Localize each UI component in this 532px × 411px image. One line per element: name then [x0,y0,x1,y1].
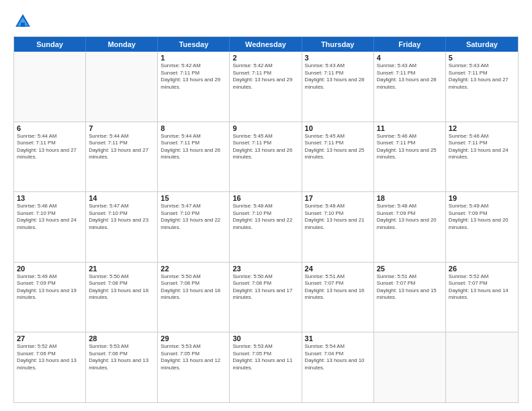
day-number: 22 [161,265,226,273]
calendar-week-5: 27Sunrise: 5:52 AM Sunset: 7:06 PM Dayli… [14,332,518,402]
day-number: 12 [449,124,515,132]
day-number: 7 [89,124,154,132]
svg-rect-2 [21,23,25,27]
cell-detail: Sunrise: 5:53 AM Sunset: 7:06 PM Dayligh… [89,343,154,371]
page: SundayMondayTuesdayWednesdayThursdayFrid… [0,0,532,411]
header [13,12,519,31]
calendar-cell: 30Sunrise: 5:53 AM Sunset: 7:05 PM Dayli… [230,332,302,402]
calendar-cell: 13Sunrise: 5:46 AM Sunset: 7:10 PM Dayli… [14,192,86,262]
cell-detail: Sunrise: 5:49 AM Sunset: 7:09 PM Dayligh… [17,273,83,302]
calendar-cell: 21Sunrise: 5:50 AM Sunset: 7:08 PM Dayli… [86,263,158,332]
cell-detail: Sunrise: 5:48 AM Sunset: 7:10 PM Dayligh… [305,203,371,231]
cell-detail: Sunrise: 5:46 AM Sunset: 7:11 PM Dayligh… [449,133,515,161]
day-number: 9 [232,124,298,132]
calendar-cell: 27Sunrise: 5:52 AM Sunset: 7:06 PM Dayli… [14,332,86,402]
calendar-cell [446,332,518,402]
day-number: 26 [449,265,515,273]
cell-detail: Sunrise: 5:51 AM Sunset: 7:07 PM Dayligh… [377,273,443,302]
calendar-cell: 7Sunrise: 5:44 AM Sunset: 7:11 PM Daylig… [86,122,158,192]
cell-detail: Sunrise: 5:50 AM Sunset: 7:08 PM Dayligh… [89,273,154,302]
cell-detail: Sunrise: 5:48 AM Sunset: 7:10 PM Dayligh… [232,203,298,231]
cell-detail: Sunrise: 5:46 AM Sunset: 7:10 PM Dayligh… [17,203,83,231]
calendar-cell [374,332,446,402]
day-number: 5 [449,54,515,62]
header-cell-monday: Monday [86,37,158,52]
calendar-cell: 31Sunrise: 5:54 AM Sunset: 7:04 PM Dayli… [302,332,374,402]
calendar-cell: 9Sunrise: 5:45 AM Sunset: 7:11 PM Daylig… [230,122,302,192]
cell-detail: Sunrise: 5:52 AM Sunset: 7:07 PM Dayligh… [449,273,515,302]
cell-detail: Sunrise: 5:53 AM Sunset: 7:05 PM Dayligh… [232,343,298,371]
calendar-cell: 11Sunrise: 5:46 AM Sunset: 7:11 PM Dayli… [374,122,446,192]
day-number: 21 [89,265,154,273]
day-number: 13 [17,194,83,202]
calendar-cell: 16Sunrise: 5:48 AM Sunset: 7:10 PM Dayli… [230,192,302,262]
calendar: SundayMondayTuesdayWednesdayThursdayFrid… [13,36,519,403]
cell-detail: Sunrise: 5:44 AM Sunset: 7:11 PM Dayligh… [161,133,226,161]
calendar-week-1: 1Sunrise: 5:42 AM Sunset: 7:11 PM Daylig… [14,52,518,122]
cell-detail: Sunrise: 5:45 AM Sunset: 7:11 PM Dayligh… [232,133,298,161]
cell-detail: Sunrise: 5:43 AM Sunset: 7:11 PM Dayligh… [377,62,443,91]
cell-detail: Sunrise: 5:46 AM Sunset: 7:11 PM Dayligh… [377,133,443,161]
cell-detail: Sunrise: 5:47 AM Sunset: 7:10 PM Dayligh… [161,203,226,231]
calendar-week-3: 13Sunrise: 5:46 AM Sunset: 7:10 PM Dayli… [14,192,518,263]
calendar-header-row: SundayMondayTuesdayWednesdayThursdayFrid… [14,37,518,52]
day-number: 30 [232,334,298,342]
day-number: 6 [17,124,83,132]
header-cell-tuesday: Tuesday [158,37,230,52]
day-number: 4 [377,54,443,62]
calendar-cell [14,52,86,122]
day-number: 29 [161,334,226,342]
calendar-week-4: 20Sunrise: 5:49 AM Sunset: 7:09 PM Dayli… [14,263,518,333]
day-number: 11 [377,124,443,132]
day-number: 20 [17,265,83,273]
cell-detail: Sunrise: 5:54 AM Sunset: 7:04 PM Dayligh… [305,343,371,371]
calendar-cell: 6Sunrise: 5:44 AM Sunset: 7:11 PM Daylig… [14,122,86,192]
cell-detail: Sunrise: 5:43 AM Sunset: 7:11 PM Dayligh… [449,62,515,91]
calendar-cell: 1Sunrise: 5:42 AM Sunset: 7:11 PM Daylig… [158,52,230,122]
cell-detail: Sunrise: 5:50 AM Sunset: 7:08 PM Dayligh… [232,273,298,302]
day-number: 15 [161,194,226,202]
day-number: 19 [449,194,515,202]
calendar-cell: 8Sunrise: 5:44 AM Sunset: 7:11 PM Daylig… [158,122,230,192]
header-cell-saturday: Saturday [446,37,518,52]
day-number: 2 [232,54,298,62]
day-number: 23 [232,265,298,273]
calendar-cell: 20Sunrise: 5:49 AM Sunset: 7:09 PM Dayli… [14,263,86,332]
cell-detail: Sunrise: 5:42 AM Sunset: 7:11 PM Dayligh… [232,62,298,91]
logo-icon [13,12,32,31]
day-number: 8 [161,124,226,132]
cell-detail: Sunrise: 5:42 AM Sunset: 7:11 PM Dayligh… [161,62,226,91]
calendar-cell: 4Sunrise: 5:43 AM Sunset: 7:11 PM Daylig… [374,52,446,122]
cell-detail: Sunrise: 5:43 AM Sunset: 7:11 PM Dayligh… [305,62,371,91]
cell-detail: Sunrise: 5:44 AM Sunset: 7:11 PM Dayligh… [89,133,154,161]
calendar-cell: 15Sunrise: 5:47 AM Sunset: 7:10 PM Dayli… [158,192,230,262]
day-number: 10 [305,124,371,132]
calendar-cell: 23Sunrise: 5:50 AM Sunset: 7:08 PM Dayli… [230,263,302,332]
calendar-cell: 25Sunrise: 5:51 AM Sunset: 7:07 PM Dayli… [374,263,446,332]
day-number: 28 [89,334,154,342]
calendar-cell: 29Sunrise: 5:53 AM Sunset: 7:05 PM Dayli… [158,332,230,402]
calendar-cell: 12Sunrise: 5:46 AM Sunset: 7:11 PM Dayli… [446,122,518,192]
day-number: 17 [305,194,371,202]
day-number: 16 [232,194,298,202]
day-number: 1 [161,54,226,62]
calendar-cell: 10Sunrise: 5:45 AM Sunset: 7:11 PM Dayli… [302,122,374,192]
header-cell-thursday: Thursday [302,37,374,52]
cell-detail: Sunrise: 5:45 AM Sunset: 7:11 PM Dayligh… [305,133,371,161]
calendar-cell: 2Sunrise: 5:42 AM Sunset: 7:11 PM Daylig… [230,52,302,122]
cell-detail: Sunrise: 5:49 AM Sunset: 7:09 PM Dayligh… [449,203,515,231]
calendar-body: 1Sunrise: 5:42 AM Sunset: 7:11 PM Daylig… [14,52,518,402]
calendar-cell: 22Sunrise: 5:50 AM Sunset: 7:08 PM Dayli… [158,263,230,332]
day-number: 3 [305,54,371,62]
calendar-cell: 28Sunrise: 5:53 AM Sunset: 7:06 PM Dayli… [86,332,158,402]
logo [13,12,35,31]
cell-detail: Sunrise: 5:53 AM Sunset: 7:05 PM Dayligh… [161,343,226,371]
calendar-cell: 17Sunrise: 5:48 AM Sunset: 7:10 PM Dayli… [302,192,374,262]
day-number: 27 [17,334,83,342]
day-number: 18 [377,194,443,202]
cell-detail: Sunrise: 5:47 AM Sunset: 7:10 PM Dayligh… [89,203,154,231]
cell-detail: Sunrise: 5:48 AM Sunset: 7:09 PM Dayligh… [377,203,443,231]
cell-detail: Sunrise: 5:52 AM Sunset: 7:06 PM Dayligh… [17,343,83,371]
header-cell-wednesday: Wednesday [230,37,302,52]
cell-detail: Sunrise: 5:50 AM Sunset: 7:08 PM Dayligh… [161,273,226,302]
